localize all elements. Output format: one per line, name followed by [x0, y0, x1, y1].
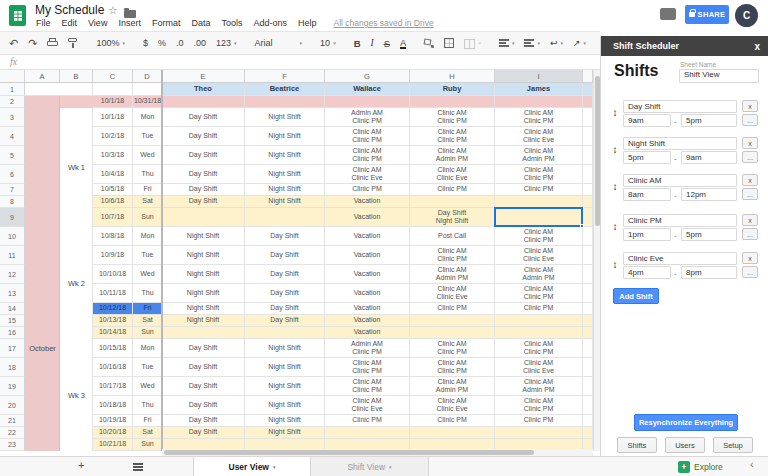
cell-f13[interactable]: Day Shift — [245, 284, 325, 303]
cell-c20[interactable]: 10/18/18 — [93, 396, 133, 415]
cell-i3[interactable]: Clinic AM Clinic PM — [495, 108, 583, 127]
cell-j12[interactable] — [583, 265, 593, 284]
cell-h6[interactable]: Clinic AM Clinic Eve — [410, 165, 495, 184]
cell-j21[interactable] — [583, 415, 593, 427]
comments-icon[interactable] — [660, 8, 676, 20]
cell-c9[interactable]: 10/7/18 — [93, 208, 133, 227]
shift-end-input[interactable]: 8pm — [681, 266, 737, 279]
cell-c12[interactable]: 10/10/18 — [93, 265, 133, 284]
cell-f3[interactable]: Night Shift — [245, 108, 325, 127]
cell-i4[interactable]: Clinic AM Clinic Eve — [495, 127, 583, 146]
cell-j18[interactable] — [583, 358, 593, 377]
cell-g9[interactable]: Vacation — [325, 208, 410, 227]
cell-j1[interactable] — [583, 83, 593, 96]
cell-c19[interactable]: 10/17/18 — [93, 377, 133, 396]
cell-d22[interactable]: Sat — [133, 427, 162, 439]
row-header-20[interactable]: 20 — [0, 396, 25, 415]
remove-shift-button[interactable]: x — [742, 214, 758, 226]
undo-icon[interactable]: ↶ — [6, 35, 21, 52]
cell-i10[interactable]: Clinic AM Clinic PM — [495, 227, 583, 246]
row-header-12[interactable]: 12 — [0, 265, 25, 284]
cell-c14[interactable]: 10/12/18 — [93, 303, 133, 315]
document-title[interactable]: My Schedule — [35, 3, 104, 17]
cell-i16[interactable] — [495, 327, 583, 339]
decrease-decimals-button[interactable]: .0 — [173, 36, 187, 50]
cell-d15[interactable]: Sat — [133, 315, 162, 327]
column-header-e[interactable]: E — [162, 70, 245, 83]
cell-c2[interactable]: 10/1/18 — [93, 96, 133, 108]
cell-g13[interactable]: Vacation — [325, 284, 410, 303]
cell-c7[interactable]: 10/5/18 — [93, 184, 133, 196]
cell-e11[interactable]: Night Shift — [162, 246, 245, 265]
cell-d20[interactable]: Thu — [133, 396, 162, 415]
cell-c5[interactable]: 10/3/18 — [93, 146, 133, 165]
row-header-17[interactable]: 17 — [0, 339, 25, 358]
cell-h12[interactable]: Clinic AM Admin PM — [410, 265, 495, 284]
print-icon[interactable] — [44, 36, 61, 50]
cell-g16[interactable]: Vacation — [325, 327, 410, 339]
column-header-h[interactable]: H — [410, 70, 495, 83]
redo-icon[interactable]: ↷ — [25, 35, 40, 52]
cell-j9[interactable] — [583, 208, 593, 227]
row-header-22[interactable]: 22 — [0, 427, 25, 439]
cell-h21[interactable]: Clinic PM — [410, 415, 495, 427]
cell-d11[interactable]: Tue — [133, 246, 162, 265]
cell-j6[interactable] — [583, 165, 593, 184]
cell-e12[interactable]: Night Shift — [162, 265, 245, 284]
cell-f7[interactable]: Night Shift — [245, 184, 325, 196]
column-header-f[interactable]: F — [245, 70, 325, 83]
shift-options-button[interactable]: ... — [742, 266, 758, 278]
cell-c10[interactable]: 10/8/18 — [93, 227, 133, 246]
cell-f2[interactable] — [245, 96, 325, 108]
cell-h22[interactable] — [410, 427, 495, 439]
number-format-button[interactable]: 123▾ — [213, 36, 240, 50]
row-header-8[interactable]: 8 — [0, 196, 25, 208]
cell-i18[interactable]: Clinic AM Clinic Eve — [495, 358, 583, 377]
text-color-button[interactable]: A — [397, 36, 409, 51]
format-percent-button[interactable]: % — [155, 36, 169, 50]
cell-h8[interactable] — [410, 196, 495, 208]
cell-f16[interactable] — [245, 327, 325, 339]
cell-f9[interactable] — [245, 208, 325, 227]
cell-j13[interactable] — [583, 284, 593, 303]
cell-e22[interactable]: Day Shift — [162, 427, 245, 439]
column-header-g[interactable]: G — [325, 70, 410, 83]
cell-h3[interactable]: Clinic AM Clinic PM — [410, 108, 495, 127]
cell-d2[interactable]: 10/31/18 — [133, 96, 162, 108]
row-header-6[interactable]: 6 — [0, 165, 25, 184]
cell-h18[interactable]: Clinic AM Clinic PM — [410, 358, 495, 377]
cell-e8[interactable]: Day Shift — [162, 196, 245, 208]
cell-i11[interactable]: Clinic AM Clinic Eve — [495, 246, 583, 265]
row-header-1[interactable]: 1 — [0, 83, 25, 96]
cell-c16[interactable]: 10/14/18 — [93, 327, 133, 339]
cell-i7[interactable]: Clinic PM — [495, 184, 583, 196]
cell-c23[interactable]: 10/21/18 — [93, 439, 133, 451]
cell-f12[interactable]: Day Shift — [245, 265, 325, 284]
cell-c18[interactable]: 10/16/18 — [93, 358, 133, 377]
cell-j3[interactable] — [583, 108, 593, 127]
cell-g17[interactable]: Admin AM Clinic PM — [325, 339, 410, 358]
cell-e18[interactable]: Day Shift — [162, 358, 245, 377]
drag-handle-icon[interactable]: ↕ — [610, 107, 620, 118]
cell-i1[interactable]: James — [495, 83, 583, 96]
font-family-button[interactable]: Arial▾ — [252, 36, 306, 50]
cell-g18[interactable]: Clinic AM Clinic PM — [325, 358, 410, 377]
cell-f18[interactable]: Night Shift — [245, 358, 325, 377]
fill-handle[interactable] — [580, 224, 584, 228]
cell-d7[interactable]: Fri — [133, 184, 162, 196]
cell-d17[interactable]: Mon — [133, 339, 162, 358]
cell-i15[interactable] — [495, 315, 583, 327]
cell-c22[interactable]: 10/20/18 — [93, 427, 133, 439]
row-header-11[interactable]: 11 — [0, 246, 25, 265]
cell-i17[interactable]: Clinic AM Clinic PM — [495, 339, 583, 358]
cell-c17[interactable]: 10/15/18 — [93, 339, 133, 358]
cell-c13[interactable]: 10/11/18 — [93, 284, 133, 303]
cell-c8[interactable]: 10/6/18 — [93, 196, 133, 208]
cell-d12[interactable]: Wed — [133, 265, 162, 284]
cell-e6[interactable]: Day Shift — [162, 165, 245, 184]
frozen-pane-divider[interactable] — [161, 70, 163, 451]
cell-e15[interactable]: Night Shift — [162, 315, 245, 327]
remove-shift-button[interactable]: x — [742, 137, 758, 149]
horizontal-scrollbar[interactable] — [162, 449, 593, 456]
italic-button[interactable]: I — [368, 36, 377, 50]
